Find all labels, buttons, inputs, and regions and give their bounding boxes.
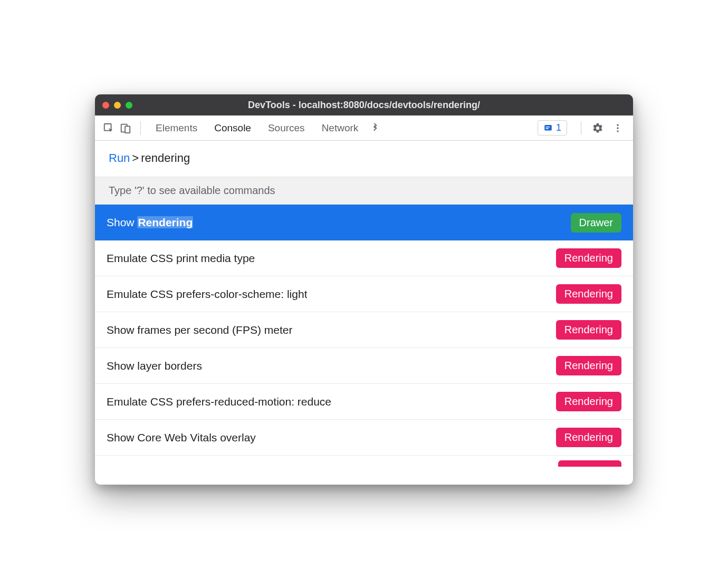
result-label: Show Rendering xyxy=(107,216,193,229)
result-label: Emulate CSS print media type xyxy=(107,252,255,265)
traffic-lights xyxy=(102,102,132,109)
tab-console[interactable]: Console xyxy=(207,115,258,141)
result-badge-rendering: Rendering xyxy=(556,284,621,304)
result-label: Show layer borders xyxy=(107,360,202,372)
issues-icon xyxy=(543,123,553,133)
result-badge-rendering: Rendering xyxy=(556,392,621,411)
window-maximize-button[interactable] xyxy=(126,102,132,109)
command-result-partial xyxy=(95,456,633,471)
gear-icon xyxy=(592,122,604,134)
command-run-label: Run xyxy=(109,151,130,165)
svg-rect-2 xyxy=(125,126,130,133)
command-results: Show Rendering Drawer Emulate CSS print … xyxy=(95,205,633,485)
result-badge-rendering: Rendering xyxy=(556,428,621,447)
inspect-element-icon[interactable] xyxy=(101,121,116,136)
tab-label: Elements xyxy=(156,122,197,134)
main-toolbar: Elements Console Sources Network 1 xyxy=(95,115,633,141)
tab-sources[interactable]: Sources xyxy=(261,115,312,141)
window-title: DevTools - localhost:8080/docs/devtools/… xyxy=(95,100,633,111)
result-badge-rendering xyxy=(558,460,621,467)
svg-rect-3 xyxy=(544,125,552,131)
tab-network[interactable]: Network xyxy=(314,115,366,141)
result-label: Show frames per second (FPS) meter xyxy=(107,324,292,336)
command-result-item[interactable]: Emulate CSS prefers-color-scheme: light … xyxy=(95,276,633,312)
svg-point-8 xyxy=(617,130,618,132)
command-prefix: > xyxy=(132,151,139,165)
toolbar-separator xyxy=(581,121,581,135)
result-badge-drawer: Drawer xyxy=(571,213,621,233)
window-minimize-button[interactable] xyxy=(114,102,121,109)
issues-count: 1 xyxy=(556,122,561,133)
result-badge-rendering: Rendering xyxy=(556,248,621,268)
command-result-item[interactable]: Show frames per second (FPS) meter Rende… xyxy=(95,312,633,348)
window-close-button[interactable] xyxy=(102,102,109,109)
result-label: Emulate CSS prefers-reduced-motion: redu… xyxy=(107,395,331,408)
tab-label: Console xyxy=(214,122,251,134)
command-result-item[interactable]: Emulate CSS prefers-reduced-motion: redu… xyxy=(95,384,633,420)
command-result-item[interactable]: Show Core Web Vitals overlay Rendering xyxy=(95,420,633,456)
command-result-item[interactable]: Show layer borders Rendering xyxy=(95,348,633,384)
tab-label: Sources xyxy=(268,122,305,134)
svg-rect-5 xyxy=(545,128,548,129)
command-hint: Type '?' to see available commands xyxy=(95,177,633,205)
settings-button[interactable] xyxy=(589,119,607,137)
toolbar-separator xyxy=(140,121,141,135)
tab-label: Network xyxy=(322,122,359,134)
more-options-button[interactable] xyxy=(609,119,627,137)
command-menu: Run >rendering Type '?' to see available… xyxy=(95,141,633,485)
svg-point-7 xyxy=(617,127,618,129)
command-input-value: rendering xyxy=(141,151,190,165)
result-label: Emulate CSS prefers-color-scheme: light xyxy=(107,288,307,301)
command-result-item[interactable]: Emulate CSS print media type Rendering xyxy=(95,240,633,276)
issues-badge[interactable]: 1 xyxy=(538,120,567,136)
svg-point-6 xyxy=(617,124,618,126)
titlebar: DevTools - localhost:8080/docs/devtools/… xyxy=(95,94,633,115)
more-tabs-icon[interactable] xyxy=(368,121,382,136)
kebab-icon xyxy=(612,123,623,133)
result-badge-rendering: Rendering xyxy=(556,320,621,340)
command-input-row[interactable]: Run >rendering xyxy=(95,141,633,177)
result-label: Show Core Web Vitals overlay xyxy=(107,431,256,444)
svg-rect-4 xyxy=(545,127,550,128)
devtools-window: DevTools - localhost:8080/docs/devtools/… xyxy=(95,94,633,485)
command-result-item[interactable]: Show Rendering Drawer xyxy=(95,205,633,240)
tab-elements[interactable]: Elements xyxy=(148,115,205,141)
result-badge-rendering: Rendering xyxy=(556,356,621,375)
device-toolbar-icon[interactable] xyxy=(118,121,133,136)
